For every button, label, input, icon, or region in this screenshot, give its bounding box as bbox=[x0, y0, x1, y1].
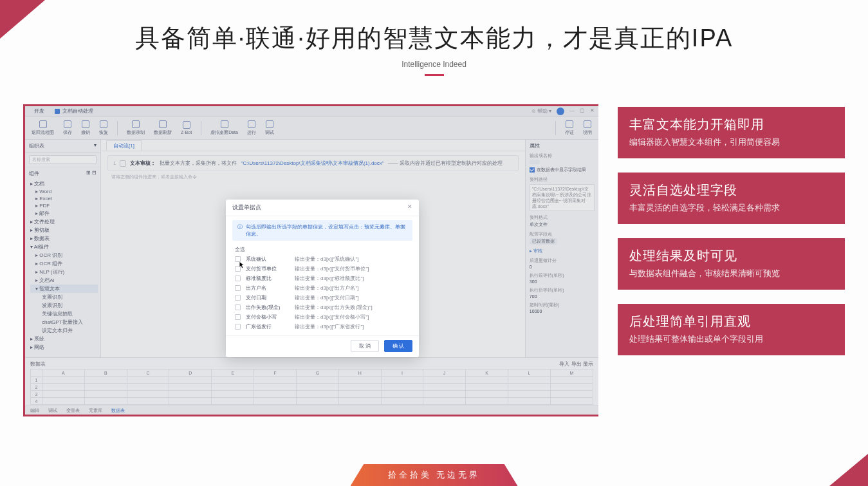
tree-item[interactable]: 关键信息抽取 bbox=[30, 310, 98, 318]
modal-field-row[interactable]: 出方户名输出变量：d3[x]["出方户名"] bbox=[235, 283, 410, 293]
prop-checkbox-row[interactable]: 在数据表中显示字段结果 bbox=[530, 167, 595, 173]
prop-value[interactable]: 已设置数据 bbox=[530, 238, 557, 245]
tree-item[interactable]: 设定文本归并 bbox=[30, 326, 98, 335]
tree-item[interactable]: ▸ 剪切板 bbox=[30, 226, 98, 234]
toolbar: 返回流程图保存撤销恢复数据录制数据刷新Z-Bot虚拟桌面Data运行调试存证说明 bbox=[25, 117, 598, 140]
modal-field-row[interactable]: 支付货币单位输出变量：d3[x]["支付货币单位"] bbox=[235, 264, 410, 274]
toolbar-返回流程图[interactable]: 返回流程图 bbox=[30, 120, 55, 136]
tree-item[interactable]: ▸ 系统 bbox=[30, 335, 98, 343]
tree-item[interactable]: ▸ OCR 识别 bbox=[30, 251, 98, 259]
modal-field-row[interactable]: 支付日期输出变量：d3[x]["支付日期"] bbox=[235, 293, 410, 303]
modal-field-row[interactable]: 系统确认输出变量：d3[x]["系统确认"] bbox=[235, 254, 410, 264]
tree-item[interactable]: ▸ 文档AI bbox=[30, 276, 98, 285]
prop-label: 后退重做计分 bbox=[530, 257, 595, 264]
tree-item[interactable]: ▾ AI组件 bbox=[30, 243, 98, 251]
card-title: 丰富文本能力开箱即用 bbox=[629, 116, 833, 133]
tree-item[interactable]: 支票识别 bbox=[30, 293, 98, 301]
win-tab-home[interactable]: 开发 bbox=[29, 106, 50, 116]
toolbar-恢复[interactable]: 恢复 bbox=[98, 120, 109, 136]
maximize-icon[interactable]: ▢ bbox=[580, 107, 585, 115]
status-tab[interactable]: 元素库 bbox=[89, 407, 102, 414]
prop-label: 资料路径 bbox=[530, 176, 595, 183]
title-divider bbox=[425, 74, 444, 76]
minimize-icon[interactable]: — bbox=[569, 107, 575, 115]
prop-value[interactable]: 700 bbox=[530, 294, 595, 299]
toolbar-保存[interactable]: 保存 bbox=[62, 120, 73, 136]
collapse-icon[interactable]: ▾ bbox=[94, 142, 97, 149]
prop-label: 执行前等待(单秒) bbox=[530, 272, 595, 279]
data-actions[interactable]: 导入 导出 显示 bbox=[559, 360, 593, 368]
tree-item[interactable]: 发票识别 bbox=[30, 301, 98, 310]
prop-label: 资料格式 bbox=[530, 214, 595, 221]
prop-value[interactable]: 单次文件 bbox=[530, 221, 595, 228]
field-config-modal: 设置单据点 ✕ ⓘ 勾选后即输出所选字段的单据信息，设定填写点击：预览元素库、单… bbox=[226, 200, 419, 357]
prop-value[interactable]: 300 bbox=[530, 279, 595, 284]
tree-item[interactable]: ▸ 数据表 bbox=[30, 234, 98, 243]
status-tab[interactable]: 调试 bbox=[48, 407, 57, 414]
status-tab[interactable]: 数据表 bbox=[111, 407, 125, 414]
flow-step[interactable]: 1 文本审核： 批量文本方案，采集所有，将文件 "C:\Users\11372\… bbox=[107, 155, 519, 171]
toolbar-说明[interactable]: 说明 bbox=[582, 120, 593, 136]
modal-close-icon[interactable]: ✕ bbox=[407, 203, 412, 212]
prop-value[interactable]: 0 bbox=[530, 265, 595, 269]
card-title: 灵活自选处理字段 bbox=[629, 182, 833, 199]
status-tab[interactable]: 编辑 bbox=[30, 407, 39, 414]
toolbar-调试[interactable]: 调试 bbox=[264, 120, 275, 136]
toolbar-数据录制[interactable]: 数据录制 bbox=[125, 120, 146, 136]
prop-label: 配置字段点 bbox=[530, 231, 595, 238]
flow-step-text1: 批量文本方案，采集所有，将文件 bbox=[160, 160, 237, 167]
status-tabs: 编辑调试变量表元素库数据表 bbox=[25, 406, 598, 415]
toolbar-存证[interactable]: 存证 bbox=[564, 120, 575, 136]
prop-value[interactable] bbox=[530, 160, 540, 164]
modal-title: 设置单据点 bbox=[232, 203, 261, 212]
modal-field-row[interactable]: 支付金额小写输出变量：d3[x]["支付金额小写"] bbox=[235, 312, 410, 322]
checkbox-icon bbox=[235, 285, 241, 291]
toolbar-撤销[interactable]: 撤销 bbox=[80, 120, 91, 136]
checkbox-icon bbox=[235, 304, 241, 310]
select-all[interactable]: 全选 bbox=[235, 246, 410, 253]
properties-panel: 属性 输出项名称 在数据表中显示字段结果 资料路径 "C:\Users\1137… bbox=[525, 140, 598, 357]
flow-step-title: 文本审核： bbox=[130, 160, 156, 167]
close-icon[interactable]: ✕ bbox=[590, 107, 595, 115]
toolbar-虚拟桌面Data[interactable]: 虚拟桌面Data bbox=[209, 120, 239, 136]
tree-item[interactable]: ▸ 网络 bbox=[30, 343, 98, 351]
cancel-button[interactable]: 取 消 bbox=[351, 340, 379, 352]
toolbar-Z-Bot[interactable]: Z-Bot bbox=[180, 121, 193, 135]
prop-path[interactable]: "C:\Users\11372\Desktop\文档采集说明\···所涉及的公司… bbox=[530, 184, 595, 211]
modal-field-row[interactable]: 广东省发行输出变量：d3[x]["广东省发行"] bbox=[235, 322, 410, 332]
win-tab-doc[interactable]: 文档自动处理 bbox=[50, 106, 98, 116]
info-icon: ⓘ bbox=[237, 223, 243, 230]
tree-item[interactable]: ▸ PDF bbox=[30, 202, 98, 209]
tree-item[interactable]: ▸ Excel bbox=[30, 195, 98, 202]
tree-item[interactable]: ▸ 邮件 bbox=[30, 209, 98, 218]
tree-item[interactable]: ▸ OCR 组件 bbox=[30, 259, 98, 268]
search-input[interactable]: 名称搜索 bbox=[29, 155, 97, 164]
step-icon bbox=[120, 160, 126, 167]
tree-item[interactable]: ▸ 文档 bbox=[30, 180, 98, 188]
feature-card: 灵活自选处理字段丰富灵活的自选字段，轻松满足各种需求 bbox=[618, 173, 845, 224]
prop-value[interactable]: 10000 bbox=[530, 309, 595, 313]
tree-item[interactable]: ▾ 智慧文本 bbox=[30, 285, 98, 293]
tree-item[interactable]: ▸ 文件处理 bbox=[30, 218, 98, 226]
card-desc: 丰富灵活的自选字段，轻松满足各种需求 bbox=[629, 203, 833, 214]
modal-field-row[interactable]: 出作失败(现金)输出变量：d3[x]["出方失败(现金)"] bbox=[235, 303, 410, 312]
toolbar-运行[interactable]: 运行 bbox=[246, 120, 257, 136]
modal-info: ⓘ 勾选后即输出所选字段的单据信息，设定填写点击：预览元素库、单据信息。 bbox=[232, 220, 412, 241]
tree-item[interactable]: ▸ Word bbox=[30, 188, 98, 195]
toolbar-数据刷新[interactable]: 数据刷新 bbox=[152, 120, 173, 136]
modal-field-row[interactable]: 标准额度比输出变量：d3[x]["标准额度比"] bbox=[235, 274, 410, 283]
checkbox-icon bbox=[235, 295, 241, 301]
tree-item[interactable]: chatGPT批量接入 bbox=[30, 318, 98, 326]
prop-section[interactable]: 审核 bbox=[533, 248, 542, 253]
data-table[interactable]: ABCDEFGHIJKLM1234 bbox=[30, 369, 593, 405]
tree-item[interactable]: ▸ NLP (运行) bbox=[30, 268, 98, 276]
page-subtitle: Intelligence Indeed bbox=[0, 60, 868, 69]
help-label[interactable]: ⊙ 帮助 ▾ bbox=[531, 107, 551, 115]
decor-corner-br bbox=[829, 454, 868, 486]
left-panel: 组织表▾ 名称搜索 组件⊞ ⊟ ▸ 文档▸ Word▸ Excel▸ PDF▸ … bbox=[25, 140, 101, 357]
confirm-button[interactable]: 确 认 bbox=[384, 340, 412, 352]
section-toggle-icon[interactable]: ⊞ ⊟ bbox=[86, 170, 97, 177]
avatar-icon[interactable] bbox=[557, 107, 564, 115]
flow-tab[interactable]: 自动流[1] bbox=[106, 140, 142, 151]
status-tab[interactable]: 变量表 bbox=[66, 407, 80, 414]
